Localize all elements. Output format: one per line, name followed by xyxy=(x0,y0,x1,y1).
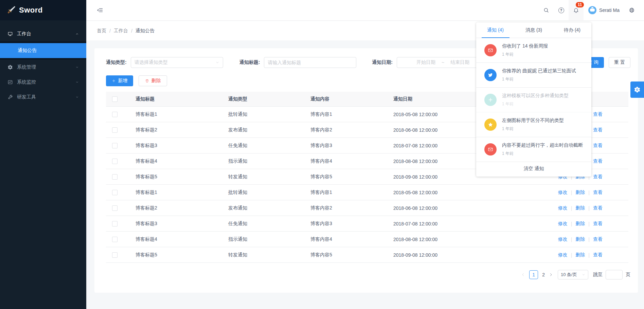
sidebar-menu: 工作台 通知公告 系统管理 系统监控 研发工具 xyxy=(0,20,86,105)
add-button[interactable]: 新增 xyxy=(106,75,133,86)
trash-icon xyxy=(145,79,149,83)
tab-notifications[interactable]: 通知 (4) xyxy=(476,22,515,38)
bell-icon xyxy=(573,7,579,13)
edit-link[interactable]: 修改 xyxy=(558,205,568,211)
filter-date-label: 通知日期: xyxy=(372,59,393,66)
row-checkbox[interactable] xyxy=(112,221,118,226)
page-size-select[interactable]: 10 条/页 xyxy=(558,270,588,279)
row-checkbox[interactable] xyxy=(112,174,118,180)
user-name: Serati Ma xyxy=(599,7,620,13)
notification-item[interactable]: 这种模板可以区分多种通知类型 1 年前 xyxy=(476,88,591,112)
view-link[interactable]: 查看 xyxy=(593,205,603,211)
page-2-button[interactable]: 2 xyxy=(542,272,545,277)
avatar xyxy=(588,6,596,14)
edit-link[interactable]: 修改 xyxy=(558,221,568,227)
view-link[interactable]: 查看 xyxy=(593,236,603,242)
notification-dropdown: 通知 (4) 消息 (3) 待办 (4) 你收到了 14 份新周报 1 年前 你… xyxy=(476,22,591,177)
mail-icon xyxy=(484,44,497,56)
row-checkbox[interactable] xyxy=(112,237,118,242)
view-link[interactable]: 查看 xyxy=(593,221,603,227)
chevron-down-icon xyxy=(582,273,585,276)
notice-date-range-picker[interactable]: 开始日期 ~ 结束日期 xyxy=(397,57,489,68)
filter-title-label: 通知标题: xyxy=(239,59,260,66)
jump-to-input[interactable] xyxy=(606,270,623,279)
delete-link[interactable]: 删除 xyxy=(575,205,585,211)
collapse-sidebar-icon[interactable] xyxy=(96,7,103,14)
settings-drawer-button[interactable] xyxy=(630,81,644,98)
delete-link[interactable]: 删除 xyxy=(575,221,585,227)
breadcrumb-current: 通知公告 xyxy=(136,28,155,34)
view-link[interactable]: 查看 xyxy=(593,127,603,133)
view-link[interactable]: 查看 xyxy=(593,143,603,149)
plus-icon xyxy=(112,79,116,83)
chevron-down-icon xyxy=(215,60,219,65)
language-globe-icon[interactable] xyxy=(624,0,639,20)
row-checkbox[interactable] xyxy=(112,143,118,148)
filter-type-label: 通知类型: xyxy=(106,59,127,66)
chevron-down-icon xyxy=(75,95,79,99)
prev-page-icon[interactable] xyxy=(521,273,525,277)
notification-item[interactable]: 左侧图标用于区分不同的类型 1 年前 xyxy=(476,112,591,137)
notice-type-select[interactable]: 请选择通知类型 xyxy=(131,57,223,68)
view-link[interactable]: 查看 xyxy=(593,189,603,196)
row-checkbox[interactable] xyxy=(112,205,118,211)
table-row: 博客标题4 指示通知 博客内容4 2018-08-08 12:00:00 修改|… xyxy=(106,232,628,247)
active-tab-indicator xyxy=(482,37,509,38)
notifications-bell-button[interactable]: 11 xyxy=(569,0,584,20)
chart-icon xyxy=(7,79,13,85)
chevron-up-icon xyxy=(75,32,79,36)
reset-button[interactable]: 重 置 xyxy=(609,57,630,68)
sidebar-item-dev-tools[interactable]: 研发工具 xyxy=(0,90,86,105)
notification-count-badge: 11 xyxy=(575,2,584,8)
table-row: 博客标题5 转发通知 博客内容5 2018-09-08 12:00:00 修改|… xyxy=(106,247,628,263)
page-1-button[interactable]: 1 xyxy=(529,270,538,279)
chevron-down-icon xyxy=(75,80,79,84)
sidebar-item-system-monitor[interactable]: 系统监控 xyxy=(0,75,86,90)
breadcrumb-workbench[interactable]: 工作台 xyxy=(114,28,128,34)
next-page-icon[interactable] xyxy=(549,273,553,277)
logo[interactable]: Sword xyxy=(0,0,86,20)
view-link[interactable]: 查看 xyxy=(593,158,603,164)
delete-link[interactable]: 删除 xyxy=(575,236,585,242)
help-icon[interactable] xyxy=(554,0,569,20)
row-checkbox[interactable] xyxy=(112,112,118,117)
search-icon[interactable] xyxy=(539,0,554,20)
gear-icon xyxy=(7,65,13,70)
notification-item[interactable]: 你推荐的 曲妮妮 已通过第三轮面试 1 年前 xyxy=(476,63,591,88)
sidebar-item-system-admin[interactable]: 系统管理 xyxy=(0,60,86,75)
user-menu[interactable]: Serati Ma xyxy=(584,0,624,20)
star-icon xyxy=(484,119,497,131)
sidebar-item-workbench[interactable]: 工作台 xyxy=(0,26,86,41)
tab-messages[interactable]: 消息 (3) xyxy=(515,22,553,38)
row-checkbox[interactable] xyxy=(112,252,118,258)
delete-link[interactable]: 删除 xyxy=(575,189,585,196)
bird-icon xyxy=(484,69,497,81)
monitor-icon xyxy=(7,31,13,37)
sidebar-submenu-workbench: 通知公告 xyxy=(0,41,86,60)
notification-item[interactable]: 你收到了 14 份新周报 1 年前 xyxy=(476,38,591,63)
sidebar-item-notice[interactable]: 通知公告 xyxy=(0,43,86,58)
page-unit-label: 页 xyxy=(626,272,630,278)
edit-link[interactable]: 修改 xyxy=(558,189,568,196)
topbar: 11 Serati Ma xyxy=(86,0,644,21)
view-link[interactable]: 查看 xyxy=(593,174,603,180)
app-root: Sword 工作台 通知公告 系统管理 系统监控 xyxy=(0,0,644,309)
table-row: 博客标题3 任免通知 博客内容3 2018-07-08 12:00:00 修改|… xyxy=(106,216,628,232)
view-link[interactable]: 查看 xyxy=(593,111,603,117)
delete-link[interactable]: 删除 xyxy=(575,252,585,258)
select-all-checkbox[interactable] xyxy=(112,96,118,102)
edit-link[interactable]: 修改 xyxy=(558,252,568,258)
chevron-down-icon xyxy=(75,66,79,69)
row-checkbox[interactable] xyxy=(112,127,118,133)
notification-item[interactable]: 内容不要超过两行字，超出时自动截断 1 年前 xyxy=(476,137,591,162)
breadcrumb-home[interactable]: 首页 xyxy=(97,28,106,34)
tab-todos[interactable]: 待办 (4) xyxy=(553,22,591,38)
notice-title-input[interactable] xyxy=(265,58,356,67)
app-title: Sword xyxy=(19,6,43,15)
view-link[interactable]: 查看 xyxy=(593,252,603,258)
clear-notifications-button[interactable]: 清空 通知 xyxy=(476,162,591,176)
edit-link[interactable]: 修改 xyxy=(558,236,568,242)
row-checkbox[interactable] xyxy=(112,159,118,164)
row-checkbox[interactable] xyxy=(112,190,118,195)
delete-button[interactable]: 删除 xyxy=(139,75,167,86)
